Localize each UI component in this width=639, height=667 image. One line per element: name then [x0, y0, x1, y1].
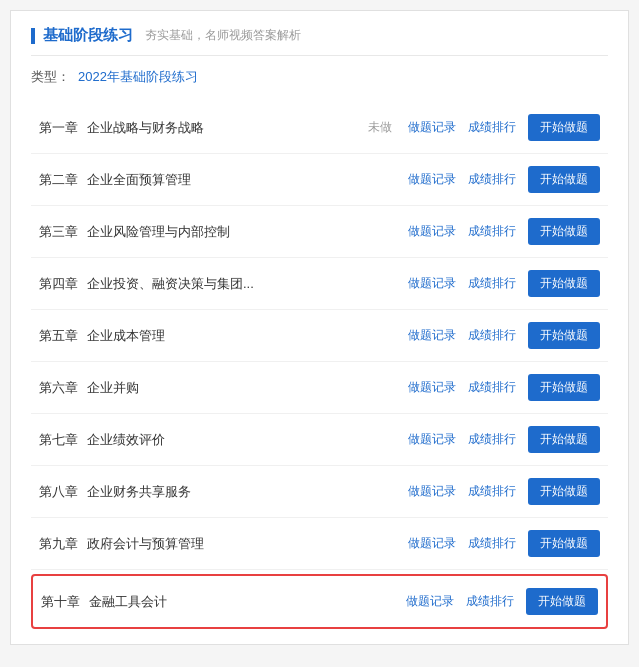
chapter-number: 第二章 [39, 171, 87, 189]
start-button[interactable]: 开始做题 [528, 270, 600, 297]
table-row: 第六章企业并购做题记录成绩排行开始做题 [31, 362, 608, 414]
record-link[interactable]: 做题记录 [408, 119, 456, 136]
chapter-list: 第一章企业战略与财务战略未做做题记录成绩排行开始做题第二章企业全面预算管理做题记… [31, 102, 608, 629]
start-button[interactable]: 开始做题 [528, 530, 600, 557]
chapter-number: 第三章 [39, 223, 87, 241]
chapter-name: 企业成本管理 [87, 327, 368, 345]
table-row: 第二章企业全面预算管理做题记录成绩排行开始做题 [31, 154, 608, 206]
table-row: 第四章企业投资、融资决策与集团...做题记录成绩排行开始做题 [31, 258, 608, 310]
filter-label: 类型： [31, 68, 70, 86]
chapter-number: 第四章 [39, 275, 87, 293]
rank-link[interactable]: 成绩排行 [468, 171, 516, 188]
chapter-number: 第一章 [39, 119, 87, 137]
start-button[interactable]: 开始做题 [526, 588, 598, 615]
chapter-number: 第八章 [39, 483, 87, 501]
main-container: 基础阶段练习 夯实基础，名师视频答案解析 类型： 2022年基础阶段练习 第一章… [10, 10, 629, 645]
start-button[interactable]: 开始做题 [528, 218, 600, 245]
chapter-name: 企业战略与财务战略 [87, 119, 368, 137]
table-row: 第十章金融工具会计做题记录成绩排行开始做题 [31, 574, 608, 629]
record-link[interactable]: 做题记录 [408, 483, 456, 500]
table-row: 第九章政府会计与预算管理做题记录成绩排行开始做题 [31, 518, 608, 570]
chapter-name: 企业全面预算管理 [87, 171, 368, 189]
filter-row: 类型： 2022年基础阶段练习 [31, 68, 608, 86]
table-row: 第八章企业财务共享服务做题记录成绩排行开始做题 [31, 466, 608, 518]
rank-link[interactable]: 成绩排行 [468, 223, 516, 240]
record-link[interactable]: 做题记录 [408, 171, 456, 188]
chapter-name: 企业风险管理与内部控制 [87, 223, 368, 241]
table-row: 第一章企业战略与财务战略未做做题记录成绩排行开始做题 [31, 102, 608, 154]
rank-link[interactable]: 成绩排行 [468, 379, 516, 396]
rank-link[interactable]: 成绩排行 [466, 593, 514, 610]
section-header: 基础阶段练习 夯实基础，名师视频答案解析 [31, 26, 608, 56]
chapter-number: 第七章 [39, 431, 87, 449]
rank-link[interactable]: 成绩排行 [468, 483, 516, 500]
record-link[interactable]: 做题记录 [408, 275, 456, 292]
record-link[interactable]: 做题记录 [408, 431, 456, 448]
record-link[interactable]: 做题记录 [408, 379, 456, 396]
table-row: 第七章企业绩效评价做题记录成绩排行开始做题 [31, 414, 608, 466]
section-subtitle: 夯实基础，名师视频答案解析 [145, 27, 301, 44]
chapter-name: 金融工具会计 [89, 593, 366, 611]
record-link[interactable]: 做题记录 [406, 593, 454, 610]
start-button[interactable]: 开始做题 [528, 114, 600, 141]
table-row: 第三章企业风险管理与内部控制做题记录成绩排行开始做题 [31, 206, 608, 258]
section-title: 基础阶段练习 [43, 26, 133, 45]
chapter-name: 政府会计与预算管理 [87, 535, 368, 553]
start-button[interactable]: 开始做题 [528, 322, 600, 349]
start-button[interactable]: 开始做题 [528, 426, 600, 453]
rank-link[interactable]: 成绩排行 [468, 431, 516, 448]
rank-link[interactable]: 成绩排行 [468, 119, 516, 136]
chapter-name: 企业投资、融资决策与集团... [87, 275, 368, 293]
start-button[interactable]: 开始做题 [528, 374, 600, 401]
rank-link[interactable]: 成绩排行 [468, 535, 516, 552]
record-link[interactable]: 做题记录 [408, 327, 456, 344]
chapter-name: 企业绩效评价 [87, 431, 368, 449]
start-button[interactable]: 开始做题 [528, 478, 600, 505]
record-link[interactable]: 做题记录 [408, 535, 456, 552]
chapter-number: 第九章 [39, 535, 87, 553]
rank-link[interactable]: 成绩排行 [468, 327, 516, 344]
chapter-number: 第六章 [39, 379, 87, 397]
start-button[interactable]: 开始做题 [528, 166, 600, 193]
chapter-status: 未做 [368, 119, 396, 136]
chapter-number: 第十章 [41, 593, 89, 611]
table-row: 第五章企业成本管理做题记录成绩排行开始做题 [31, 310, 608, 362]
rank-link[interactable]: 成绩排行 [468, 275, 516, 292]
filter-value[interactable]: 2022年基础阶段练习 [78, 68, 198, 86]
chapter-number: 第五章 [39, 327, 87, 345]
chapter-name: 企业并购 [87, 379, 368, 397]
title-bar-decoration [31, 28, 35, 44]
record-link[interactable]: 做题记录 [408, 223, 456, 240]
chapter-name: 企业财务共享服务 [87, 483, 368, 501]
